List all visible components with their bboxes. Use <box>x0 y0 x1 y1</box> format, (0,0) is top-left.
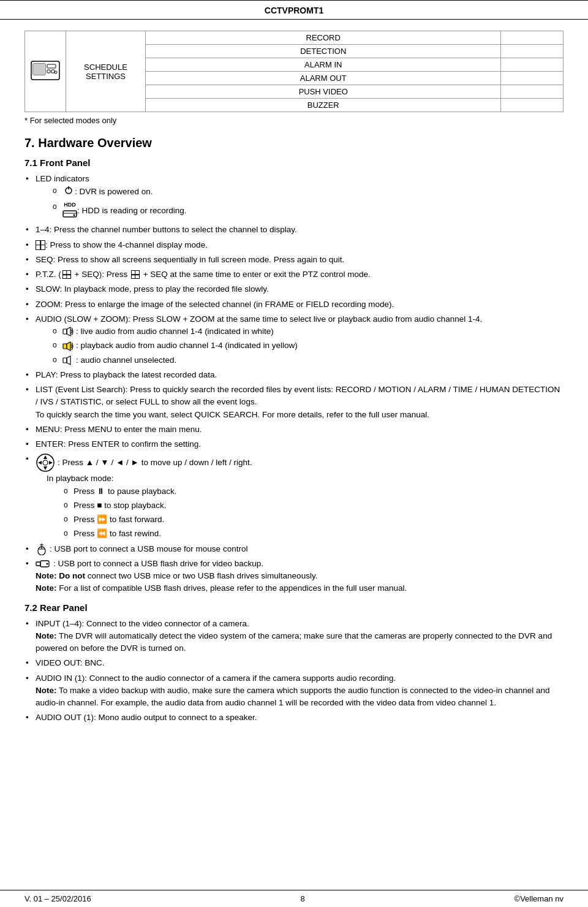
svg-rect-31 <box>36 562 40 566</box>
header-title: CCTVPROMT1 <box>265 6 323 15</box>
section-7: 7. Hardware Overview 7.1 Front Panel LED… <box>24 136 564 724</box>
schedule-table: SCHEDULESETTINGS RECORD DETECTION ALARM … <box>24 31 564 112</box>
grid-icon-ptz <box>62 270 71 279</box>
sub-item-power: : DVR is powered on. <box>53 185 564 199</box>
list-item-slow: SLOW: In playback mode, press to play th… <box>24 283 564 295</box>
content-area: SCHEDULESETTINGS RECORD DETECTION ALARM … <box>0 20 588 751</box>
nav-icon <box>36 453 55 472</box>
audio-unsel-icon <box>62 355 75 366</box>
dvr-icon <box>30 55 61 86</box>
list-item-ptz: P.T.Z. ( + SEQ): Press + SEQ at the same… <box>24 268 564 281</box>
sub-item-ff: Press ⏩ to fast forward. <box>64 514 564 526</box>
svg-point-24 <box>43 460 48 465</box>
svg-marker-18 <box>67 356 70 365</box>
list-item-enter: ENTER: Press ENTER to confirm the settin… <box>24 438 564 450</box>
footer-copyright: ©Velleman nv <box>514 894 564 903</box>
list-item-4ch-display: : Press to show the 4-channel display mo… <box>24 239 564 251</box>
section-7-heading: 7. Hardware Overview <box>24 136 564 150</box>
hdd-icon: HDD <box>62 201 77 222</box>
subsection-71-heading: 7.1 Front Panel <box>24 157 564 168</box>
svg-point-6 <box>55 71 57 74</box>
grid-icon-ptz2 <box>131 270 140 279</box>
footer-version: V. 01 – 25/02/2016 <box>24 894 91 903</box>
sub-item-hdd: HDD : HDD is reading or recording. <box>53 201 564 222</box>
svg-rect-13 <box>63 329 67 334</box>
list-item-list: LIST (Event List Search): Press to quick… <box>24 384 564 421</box>
svg-rect-3 <box>47 64 56 68</box>
list-item-audio-in: AUDIO IN (1): Connect to the audio conne… <box>24 672 564 710</box>
led-subbullets: : DVR is powered on. HDD : HDD is readin… <box>53 185 564 221</box>
list-item-nav: : Press ▲ / ▼ / ◄ / ► to move up / down … <box>24 453 564 540</box>
svg-marker-20 <box>43 455 47 459</box>
list-item-channel-num: 1–4: Press the channel number buttons to… <box>24 224 564 236</box>
svg-marker-23 <box>49 461 53 465</box>
row-alarm-out: ALARM OUT <box>146 72 501 85</box>
list-item-zoom: ZOOM: Press to enlarge the image of the … <box>24 298 564 311</box>
svg-rect-2 <box>33 64 45 75</box>
row-buzzer: BUZZER <box>146 99 501 112</box>
subsection-72: 7.2 Rear Panel INPUT (1–4): Connect to t… <box>24 602 564 724</box>
row-record: RECORD <box>146 31 501 45</box>
sub-item-stop: Press ■ to stop playback. <box>64 499 564 512</box>
page-header: CCTVPROMT1 <box>0 0 588 20</box>
list-item-usb-flash: : USB port to connect a USB flash drive … <box>24 558 564 595</box>
subsection-72-heading: 7.2 Rear Panel <box>24 602 564 613</box>
svg-marker-16 <box>67 342 70 351</box>
sub-item-audio-unsel: : audio channel unselected. <box>53 354 564 366</box>
playback-subbullets: Press ⏸ to pause playback. Press ■ to st… <box>64 485 564 541</box>
list-item-audio-out: AUDIO OUT (1): Mono audio output to conn… <box>24 712 564 724</box>
list-item-seq: SEQ: Press to show all screens sequentia… <box>24 254 564 266</box>
sub-item-audio-playback: : playback audio from audio channel 1-4 … <box>53 340 564 352</box>
page-footer: V. 01 – 25/02/2016 8 ©Velleman nv <box>0 890 588 907</box>
list-item-play: PLAY: Press to playback the latest recor… <box>24 369 564 381</box>
row-alarm-in: ALARM IN <box>146 58 501 72</box>
sub-item-audio-live: : live audio from audio channel 1-4 (ind… <box>53 325 564 338</box>
sub-item-rew: Press ⏪ to fast rewind. <box>64 528 564 540</box>
usb-flash-icon <box>36 559 51 569</box>
list-item-usb-mouse: : USB port to connect a USB mouse for mo… <box>24 543 564 555</box>
list-item-videoout: VIDEO OUT: BNC. <box>24 657 564 669</box>
list-item-menu: MENU: Press MENU to enter the main menu. <box>24 423 564 436</box>
list-item-led: LED indicators : DVR is powered on. HDD … <box>24 173 564 221</box>
list-item-input: INPUT (1–4): Connect to the video connec… <box>24 618 564 655</box>
schedule-settings-label: SCHEDULESETTINGS <box>66 31 146 112</box>
svg-point-12 <box>74 214 75 216</box>
svg-rect-10 <box>63 211 77 217</box>
audio-playback-icon <box>62 341 75 352</box>
footer-page: 8 <box>301 894 305 903</box>
front-panel-list: LED indicators : DVR is powered on. HDD … <box>24 173 564 595</box>
svg-rect-4 <box>47 70 50 73</box>
svg-rect-15 <box>63 344 67 349</box>
subsection-71: 7.1 Front Panel LED indicators : DVR is … <box>24 157 564 595</box>
row-detection: DETECTION <box>146 45 501 58</box>
footnote: * For selected modes only <box>24 116 564 125</box>
sub-item-pause: Press ⏸ to pause playback. <box>64 485 564 498</box>
audio-live-icon <box>62 326 75 337</box>
row-push-video: PUSH VIDEO <box>146 85 501 99</box>
power-icon <box>64 185 74 199</box>
list-item-audio: AUDIO (SLOW + ZOOM): Press SLOW + ZOOM a… <box>24 313 564 366</box>
svg-marker-21 <box>43 466 47 470</box>
svg-point-32 <box>47 563 48 565</box>
svg-marker-22 <box>38 461 42 465</box>
usb-mouse-icon <box>36 543 48 555</box>
audio-subbullets: : live audio from audio channel 1-4 (ind… <box>53 325 564 366</box>
playback-mode-block: In playback mode: Press ⏸ to pause playb… <box>47 472 564 540</box>
svg-rect-17 <box>63 358 67 363</box>
svg-rect-7 <box>33 77 58 78</box>
rear-panel-list: INPUT (1–4): Connect to the video connec… <box>24 618 564 724</box>
svg-rect-5 <box>51 70 55 73</box>
grid-icon <box>36 240 45 250</box>
svg-marker-14 <box>67 327 70 336</box>
